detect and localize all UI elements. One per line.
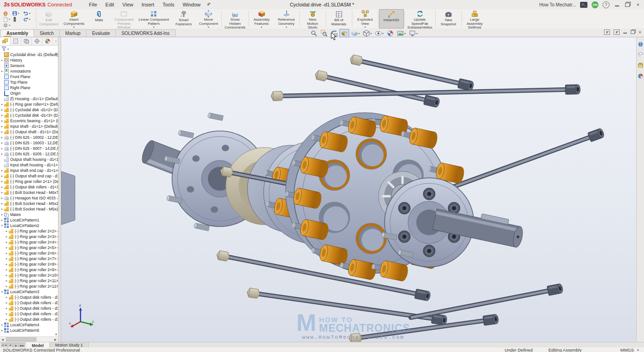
mate-button[interactable]: Mate	[86, 9, 111, 28]
tree-horizontal-scrollbar[interactable]: ◀ ▶	[0, 336, 58, 342]
update-speedpak-subassemblies-button[interactable]: UpdateSpeedPakSubassemblies	[405, 9, 435, 28]
tab-sketch[interactable]: Sketch	[34, 29, 60, 37]
new-document-button[interactable]: ▾	[3, 16, 12, 22]
tree-item[interactable]: ▸(-) Output disk rollers - d1<1>	[0, 184, 58, 190]
expand-arrow-icon[interactable]: ▸	[0, 118, 4, 124]
expand-arrow-icon[interactable]: ▸	[0, 102, 4, 107]
expand-arrow-icon[interactable]: ▸	[5, 245, 9, 250]
tree-item[interactable]: ▸(-) Cycloidal disk -d1<2> (Defa	[0, 107, 58, 113]
expand-arrow-icon[interactable]: ▸	[0, 151, 4, 157]
viewport[interactable]: M How To Mechatronics www.HowToMechatron…	[61, 37, 636, 342]
tab-evaluate[interactable]: Evaluate	[86, 29, 116, 37]
expand-arrow-icon[interactable]: ▸	[0, 184, 4, 190]
panel-tab-displaymanager[interactable]	[42, 37, 53, 45]
take-snapshot-button[interactable]: TakeSnapshot	[436, 9, 461, 28]
view-settings-button[interactable]: ▾	[408, 29, 419, 37]
doc-close-button[interactable]: ×	[638, 30, 641, 35]
display-style-button[interactable]: ▾	[362, 29, 373, 37]
home-button[interactable]	[3, 10, 12, 16]
tree-item[interactable]: Sensors	[0, 63, 58, 68]
tree-item[interactable]: ▸(-) Output disk rollers - d1	[0, 317, 58, 322]
expand-arrow-icon[interactable]: ▸	[5, 250, 9, 256]
expand-arrow-icon[interactable]: ▸	[5, 295, 9, 300]
expand-arrow-icon[interactable]: ▸	[5, 317, 9, 322]
doc-next-window-icon[interactable]	[614, 29, 620, 35]
zoom-to-fit-button[interactable]	[309, 29, 319, 37]
expand-arrow-icon[interactable]: ▾	[0, 223, 4, 228]
menu-insert[interactable]: Insert	[138, 1, 159, 8]
tree-item[interactable]: ▸(-) Bolt Socket Head - M6x70m	[0, 190, 58, 195]
expand-arrow-icon[interactable]: ▸	[5, 273, 9, 278]
expand-arrow-icon[interactable]: ▸	[5, 284, 9, 289]
tree-item[interactable]: ▸Annotations	[0, 68, 58, 74]
tree-scroll-down[interactable]: ▼	[55, 333, 58, 336]
large-assembly-settings-button[interactable]: LargeAssemblySettings	[462, 9, 487, 28]
expand-arrow-icon[interactable]: ▸	[0, 195, 4, 201]
tab-markup[interactable]: Markup	[59, 29, 86, 37]
tree-item[interactable]: Origin	[0, 91, 58, 96]
tree-item[interactable]: ▸(-) Ring gear roller 2<9> (D	[0, 267, 58, 273]
hide-show-items-button[interactable]: ▾	[374, 29, 385, 37]
tab-assembly[interactable]: Assembly	[0, 29, 34, 37]
expand-arrow-icon[interactable]: ▸	[0, 146, 4, 151]
restore-button[interactable]	[624, 2, 631, 7]
avatar[interactable]: DN	[592, 1, 598, 8]
expand-arrow-icon[interactable]: ▸	[0, 68, 4, 74]
reference-geometry-button[interactable]: ReferenceGeometry▾	[274, 9, 299, 28]
tree-item[interactable]: Right Plane	[0, 85, 58, 91]
help-icon[interactable]: ?	[603, 1, 610, 8]
close-button[interactable]: ×	[635, 2, 641, 7]
linear-component-pattern-button[interactable]: Linear ComponentPattern▾	[136, 9, 171, 28]
tree-scroll-up[interactable]: ▲	[55, 52, 58, 55]
save-button[interactable]: ▾	[12, 10, 23, 16]
expand-arrow-icon[interactable]: ▾	[0, 289, 4, 295]
panel-tabs-more-icon[interactable]: ›	[53, 37, 58, 45]
expand-arrow-icon[interactable]: ▸	[5, 234, 9, 239]
expand-arrow-icon[interactable]: ▸	[5, 261, 9, 267]
expand-arrow-icon[interactable]: ▸	[0, 135, 4, 140]
tree-item[interactable]: ▸(-) Ring gear roller 2<12>	[0, 284, 58, 289]
expand-arrow-icon[interactable]: ▸	[5, 278, 9, 284]
minimize-button[interactable]	[614, 2, 620, 7]
expand-arrow-icon[interactable]: ▸	[0, 322, 4, 328]
previous-view-button[interactable]	[329, 29, 339, 37]
tree-item[interactable]: ▸Input shaft end cap - d1<1> (D	[0, 168, 58, 173]
expand-arrow-icon[interactable]: ▸	[0, 217, 4, 223]
box-icon[interactable]	[638, 51, 644, 60]
menu-window[interactable]: Window	[178, 1, 205, 8]
expand-arrow-icon[interactable]: ▸	[0, 168, 4, 173]
tree-item[interactable]: ▸LocalCirPattern4	[0, 322, 58, 328]
tree-item[interactable]: ▸(-) Output disk rollers - d1	[0, 295, 58, 300]
panel-tab-propertymanager[interactable]	[11, 37, 21, 45]
pin-icon[interactable]	[207, 2, 211, 7]
doc-prev-window-icon[interactable]	[604, 29, 610, 35]
expand-arrow-icon[interactable]: ▸	[0, 206, 4, 212]
bill-of-materials-button[interactable]: Bill ofMaterials	[327, 9, 351, 28]
expand-arrow-icon[interactable]: ▸	[0, 212, 4, 217]
tree-item[interactable]: ▸(-) Output disk rollers - d1	[0, 306, 58, 311]
tree-item[interactable]: ▸(-) DIN 625 - 16003 - 12,DE,NC,	[0, 140, 58, 146]
redo-button[interactable]: ▾	[23, 16, 34, 22]
tree-item[interactable]: ▸(-) Ring gear roller 2<11>	[0, 278, 58, 284]
show-hidden-components-button[interactable]: ShowHiddenComponents	[222, 9, 247, 28]
exploded-view-button[interactable]: ExplodedView▾	[353, 9, 378, 28]
undo-button[interactable]: ▾	[23, 10, 34, 16]
tree-item[interactable]: (f) Housing - d1<1> (Default) -	[0, 96, 58, 102]
expand-arrow-icon[interactable]: ▸	[0, 124, 4, 129]
tree-item[interactable]: ▸History	[0, 57, 58, 63]
tree-item[interactable]: ▸(-) DIN 625 - 6205 - 12,DE,NC,1	[0, 151, 58, 157]
move-component-button[interactable]: MoveComponent▾	[196, 9, 221, 28]
tree-item[interactable]: ▸(-) Ring gear roller<1> (Default	[0, 102, 58, 107]
section-view-button[interactable]	[339, 29, 349, 37]
tree-item[interactable]: ▸(-) Ring gear roller 2<4> (D	[0, 239, 58, 245]
tree-item[interactable]: ▸(-) Cycloidal disk -d1<3> (Defa	[0, 113, 58, 118]
expand-arrow-icon[interactable]: ▸	[0, 190, 4, 195]
panel-tab-featuremanager[interactable]	[0, 37, 11, 45]
expand-arrow-icon[interactable]: ▸	[0, 201, 4, 206]
3d-model[interactable]	[61, 37, 636, 342]
tree-item[interactable]: Front Plane	[0, 74, 58, 79]
tree-item[interactable]: ▸LocalCirPattern1	[0, 217, 58, 223]
tree-item[interactable]: ▸(-) Ring gear roller 2<5> (D	[0, 245, 58, 250]
expand-arrow-icon[interactable]: ▸	[0, 328, 4, 333]
tree-item[interactable]: ▸(-) Ring gear roller 2<6> (D	[0, 250, 58, 256]
